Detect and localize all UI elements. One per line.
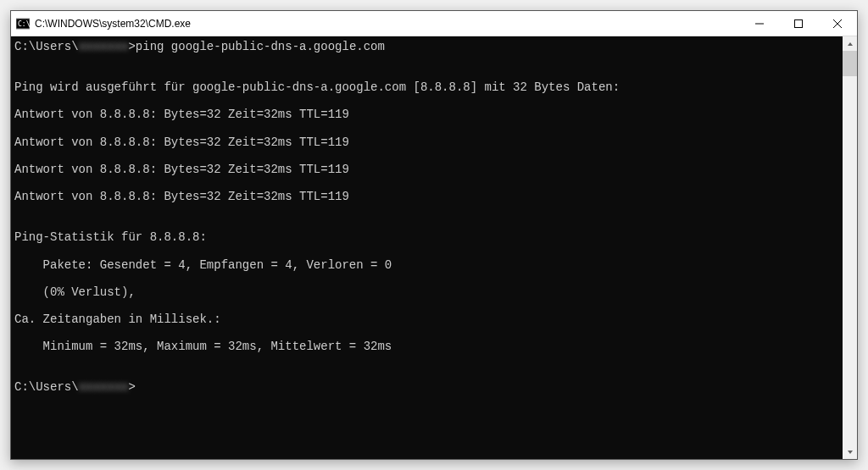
- svg-marker-7: [848, 451, 853, 454]
- minimize-button[interactable]: [740, 11, 779, 36]
- cmd-icon: C:\: [16, 17, 30, 30]
- maximize-button[interactable]: [779, 11, 818, 36]
- titlebar[interactable]: C:\ C:\WINDOWS\system32\CMD.exe: [11, 11, 857, 36]
- stats-header: Ping-Statistik für 8.8.8.8:: [14, 230, 839, 244]
- ping-reply: Antwort von 8.8.8.8: Bytes=32 Zeit=32ms …: [14, 190, 839, 203]
- window-title: C:\WINDOWS\system32\CMD.exe: [35, 18, 740, 30]
- scroll-thumb[interactable]: [843, 51, 857, 76]
- ping-header: Ping wird ausgeführt für google-public-d…: [14, 80, 839, 94]
- svg-rect-3: [795, 19, 803, 27]
- scroll-down-button[interactable]: [843, 445, 857, 459]
- prompt-path: C:\Users\: [14, 380, 79, 394]
- scroll-track[interactable]: [843, 51, 857, 445]
- svg-marker-6: [848, 42, 853, 46]
- scroll-up-button[interactable]: [843, 36, 857, 51]
- prompt-line: C:\Users\xxxxxxx>: [14, 380, 839, 394]
- ping-reply: Antwort von 8.8.8.8: Bytes=32 Zeit=32ms …: [14, 135, 839, 149]
- vertical-scrollbar[interactable]: [843, 36, 857, 459]
- redacted-username: xxxxxxx: [79, 380, 129, 394]
- svg-text:C:\: C:\: [18, 20, 30, 28]
- command-text: >ping google-public-dns-a.google.com: [128, 40, 384, 53]
- close-button[interactable]: [818, 11, 857, 36]
- stats-timing: Minimum = 32ms, Maximum = 32ms, Mittelwe…: [14, 340, 839, 353]
- stats-loss: (0% Verlust),: [14, 285, 839, 299]
- ping-reply: Antwort von 8.8.8.8: Bytes=32 Zeit=32ms …: [14, 108, 839, 121]
- window-controls: [740, 11, 857, 36]
- prompt-path: C:\Users\: [14, 40, 79, 53]
- prompt-caret: >: [128, 380, 135, 394]
- cmd-window: C:\ C:\WINDOWS\system32\CMD.exe C:\Users…: [10, 10, 858, 460]
- ping-reply: Antwort von 8.8.8.8: Bytes=32 Zeit=32ms …: [14, 163, 839, 176]
- prompt-line: C:\Users\xxxxxxx>ping google-public-dns-…: [14, 40, 839, 53]
- terminal-area: C:\Users\xxxxxxx>ping google-public-dns-…: [11, 36, 857, 459]
- stats-packets: Pakete: Gesendet = 4, Empfangen = 4, Ver…: [14, 258, 839, 272]
- terminal-output[interactable]: C:\Users\xxxxxxx>ping google-public-dns-…: [11, 36, 843, 459]
- stats-timing-header: Ca. Zeitangaben in Millisek.:: [14, 312, 839, 326]
- redacted-username: xxxxxxx: [79, 40, 129, 53]
